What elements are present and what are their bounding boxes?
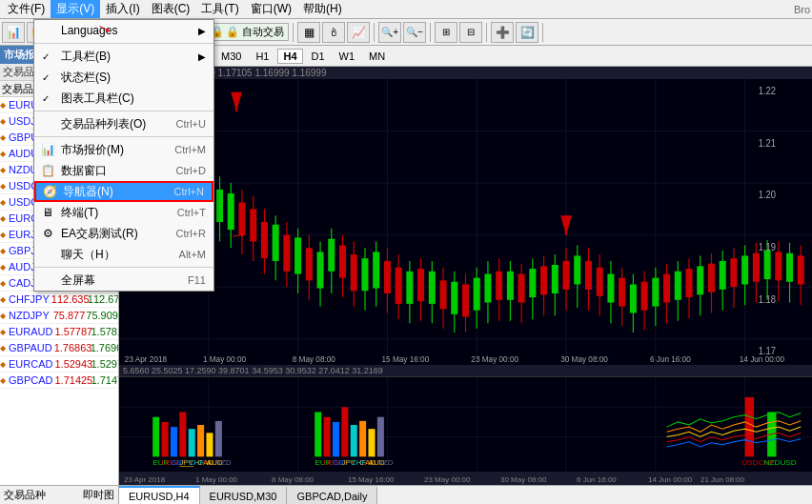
market-row[interactable]: ◆ CHFJPY 112.635 112.675: [0, 292, 118, 308]
tf-h1[interactable]: H1: [250, 49, 274, 64]
menu-symbols[interactable]: 交易品种列表(O) Ctrl+U: [34, 113, 213, 134]
tf-h4[interactable]: H4: [277, 49, 302, 64]
tab-gbpcad-daily[interactable]: GBPCAD,Daily: [287, 486, 377, 504]
menu-file[interactable]: 文件(F): [2, 0, 51, 18]
svg-rect-96: [563, 261, 570, 290]
menu-ea[interactable]: ⚙ EA交易测试(R) Ctrl+R: [34, 223, 213, 244]
menu-chat[interactable]: 聊天（H） Alt+M: [34, 244, 213, 265]
add-btn[interactable]: ➕: [491, 22, 514, 43]
menu-languages[interactable]: Languages ▶: [34, 20, 213, 41]
view-dropdown-menu: Languages ▶ ✓ 工具栏(B) ▶ ✓ 状态栏(S) ✓ 图表工具栏(…: [33, 19, 214, 292]
datawindow-icon: 📋: [40, 163, 55, 178]
bar-chart-btn[interactable]: ▦: [297, 22, 320, 43]
grid-icon: ⊞: [442, 27, 450, 37]
svg-rect-90: [540, 266, 547, 294]
svg-rect-74: [451, 282, 457, 314]
menu-help[interactable]: 帮助(H): [297, 0, 348, 18]
market-row[interactable]: ◆ EURAUD 1.57787 1.57822: [0, 324, 118, 340]
svg-text:23 May 00:00: 23 May 00:00: [424, 475, 471, 484]
chat-shortcut: Alt+M: [179, 249, 206, 260]
svg-rect-60: [373, 252, 379, 288]
menu-toolbar[interactable]: ✓ 工具栏(B) ▶: [34, 46, 213, 67]
svg-rect-84: [507, 272, 514, 300]
svg-rect-122: [708, 264, 715, 292]
languages-label: Languages: [61, 24, 117, 37]
fullscreen-label: 全屏幕: [61, 272, 95, 289]
line-btn[interactable]: 📈: [347, 22, 370, 43]
svg-rect-168: [197, 425, 204, 456]
tab-eurusd-m30[interactable]: EURUSD,M30: [200, 486, 288, 504]
svg-rect-114: [663, 274, 670, 303]
new-chart-btn[interactable]: 📊: [2, 22, 25, 43]
svg-text:1.22: 1.22: [759, 86, 777, 97]
menu-fullscreen[interactable]: 全屏幕 F11: [34, 270, 213, 291]
navigator-label: 导航器(N): [63, 184, 113, 200]
symbol-label: EURCAD: [7, 358, 54, 370]
svg-rect-166: [179, 412, 186, 456]
main-chart[interactable]: 1.22 1.21 1.20 1.19 1.18 1.17 23 Apr 201…: [119, 79, 812, 365]
menu-window[interactable]: 窗口(W): [245, 0, 297, 18]
terminal-shortcut: Ctrl+T: [177, 207, 206, 218]
svg-rect-110: [641, 282, 648, 311]
market-row[interactable]: ◆ NZDJPY 75.877 75.909: [0, 308, 118, 324]
diamond-icon: ◆: [0, 101, 6, 110]
refresh-btn[interactable]: 🔄: [516, 22, 538, 43]
broker-label: Bro: [794, 4, 810, 15]
svg-text:30 May 08:00: 30 May 08:00: [560, 354, 608, 365]
zoom-minus-btn[interactable]: 🔍−: [403, 22, 426, 43]
diamond-icon: ◆: [0, 214, 6, 223]
tf-w1[interactable]: W1: [334, 49, 361, 64]
svg-text:NZD: NZD: [377, 458, 394, 466]
menu-tools[interactable]: 工具(T): [195, 0, 244, 18]
candle-btn[interactable]: 🕯: [322, 22, 345, 43]
datawindow-shortcut: Ctrl+D: [176, 165, 206, 176]
period-sep-btn[interactable]: ⊟: [459, 22, 482, 43]
toolbar-check-icon: ✓: [42, 51, 50, 62]
svg-text:8 May 08:00: 8 May 08:00: [293, 354, 335, 365]
menu-insert[interactable]: 插入(I): [100, 0, 145, 18]
svg-rect-167: [189, 429, 195, 456]
volume-chart[interactable]: EUR USD GBP JPY CHF CAD AUD NZD EUR USD …: [119, 376, 812, 472]
tab-eurusd-h4[interactable]: EURUSD,H4: [119, 486, 200, 504]
svg-text:23 Apr 2018: 23 Apr 2018: [125, 354, 167, 365]
symbol-label: GBPCAD: [7, 374, 54, 386]
diamond-icon: ◆: [0, 198, 6, 207]
menu-charts[interactable]: 图表(C): [146, 0, 196, 18]
svg-text:NZDUSD: NZDUSD: [764, 458, 798, 466]
diamond-icon: ◆: [0, 344, 6, 353]
zoom-plus-btn[interactable]: 🔍+: [378, 22, 401, 43]
tf-d1[interactable]: D1: [306, 49, 331, 64]
menu-datawindow[interactable]: 📋 数据窗口 Ctrl+D: [34, 160, 213, 181]
menu-marketwatch[interactable]: 📊 市场报价(M) Ctrl+M: [34, 139, 213, 160]
menu-view[interactable]: 显示(V): [51, 0, 100, 18]
svg-rect-102: [597, 268, 603, 296]
chart-area: M1 M5 M15 M30 H1 H4 D1 W1 MN EURUSD,H4 1…: [119, 46, 812, 485]
svg-rect-94: [552, 265, 558, 293]
menu-statusbar[interactable]: ✓ 状态栏(S): [34, 67, 213, 88]
add-icon: ➕: [496, 26, 510, 39]
svg-text:15 May 16:00: 15 May 16:00: [348, 475, 395, 484]
svg-text:6 Jun 16:00: 6 Jun 16:00: [650, 354, 691, 365]
market-row[interactable]: ◆ GBPCAD 1.71425 1.71478: [0, 373, 118, 389]
sep3: [34, 136, 213, 137]
bid-value: 1.71425: [54, 374, 91, 386]
tf-mn[interactable]: MN: [363, 49, 391, 64]
market-row[interactable]: ◆ EURCAD 1.52943 1.52971: [0, 356, 118, 373]
new-chart-icon: 📊: [6, 26, 21, 38]
svg-rect-62: [384, 261, 391, 293]
menu-terminal[interactable]: 🖥 终端(T) Ctrl+T: [34, 202, 213, 223]
svg-rect-108: [630, 284, 637, 312]
market-row[interactable]: ◆ GBPAUD 1.76863 1.76907: [0, 340, 118, 356]
svg-rect-100: [585, 261, 592, 290]
menu-charttoolbar[interactable]: ✓ 图表工具栏(C): [34, 88, 213, 109]
tf-m30[interactable]: M30: [215, 49, 247, 64]
svg-text:1 May 00:00: 1 May 00:00: [203, 354, 246, 365]
grid-btn[interactable]: ⊞: [435, 22, 457, 43]
menu-navigator[interactable]: 🧭 导航器(N) Ctrl+N: [34, 181, 213, 202]
svg-text:21 Jun 08:00: 21 Jun 08:00: [700, 475, 745, 484]
svg-rect-178: [377, 417, 384, 457]
svg-text:1.20: 1.20: [759, 190, 777, 201]
svg-rect-56: [351, 254, 357, 291]
auto-trade-button[interactable]: 🔒 🔒 自动交易: [206, 23, 289, 41]
svg-rect-58: [361, 258, 368, 291]
